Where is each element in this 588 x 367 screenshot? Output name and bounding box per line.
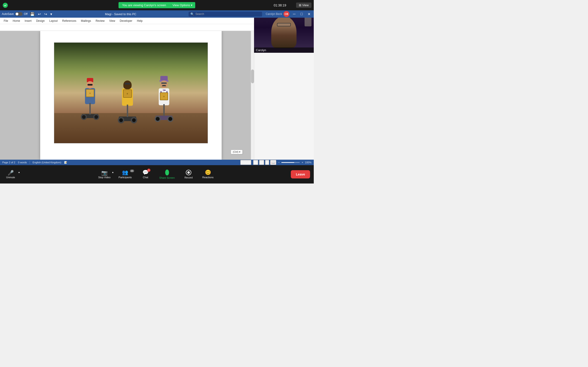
meeting-timer: 01:38:19 [274, 3, 286, 7]
search-box[interactable]: 🔍 [189, 12, 262, 17]
reactions-button[interactable]: 😊 Reactions [198, 168, 218, 181]
participants-button[interactable]: 👥 25 Participants [114, 168, 136, 181]
autosave-state: Off [24, 12, 27, 16]
immersive-reader-button[interactable]: 📖 [270, 160, 276, 165]
scrollbar-thumb[interactable] [251, 69, 254, 83]
autosave-area: AutoSave Off [2, 12, 27, 16]
green-dot-icon [3, 3, 8, 8]
participants-count-badge: 25 [130, 169, 134, 172]
view-options-button[interactable]: View Options ▾ [170, 2, 195, 8]
status-bar: Page 2 of 2 0 words English (United King… [0, 160, 314, 165]
document-image: ≡ ≡ [54, 42, 208, 143]
chevron-down-icon: ▾ [191, 3, 192, 7]
unmute-chevron[interactable]: ▲ [18, 171, 20, 173]
search-input[interactable] [195, 12, 260, 16]
menu-review[interactable]: Review [93, 18, 107, 23]
stop-video-button[interactable]: 📷 Stop Video [97, 170, 111, 179]
zoom-percent[interactable]: 100% [305, 161, 311, 164]
menu-insert[interactable]: Insert [22, 18, 34, 23]
menu-layout[interactable]: Layout [47, 18, 60, 23]
participants-icon: 👥 [122, 170, 128, 175]
menu-developer[interactable]: Developer [117, 18, 135, 23]
zoom-minus[interactable]: − [278, 161, 279, 164]
unmute-area: 🎤 Unmute ▲ [4, 170, 20, 179]
camera-icon: 📷 [101, 170, 107, 176]
customize-button[interactable]: ▾ [50, 12, 53, 17]
segway-image: ≡ ≡ [54, 43, 208, 143]
menu-help[interactable]: Help [135, 18, 145, 23]
right-scrollbar[interactable] [251, 31, 254, 160]
menu-mailings[interactable]: Mailings [78, 18, 93, 23]
record-icon: ⏺ [186, 170, 191, 175]
status-right: Focus ⊞ ⊟ ≡ 📖 − + 100% [240, 160, 311, 165]
record-button[interactable]: ⏺ Record [179, 168, 198, 181]
user-area: Carolyn Beck CB [266, 11, 289, 17]
view-button[interactable]: ⊞ View [296, 2, 311, 8]
zoom-slider[interactable] [281, 162, 300, 163]
divider [30, 161, 30, 164]
ctrl-paste-tooltip[interactable]: (Ctrl) ▾ [231, 150, 243, 154]
close-button[interactable]: ✕ [306, 11, 312, 17]
chat-icon: 💬 1 [142, 170, 149, 175]
username-label: Carolyn Beck [266, 12, 282, 16]
figure-2: ≡ [119, 81, 136, 121]
minimize-button[interactable]: ─ [291, 11, 297, 17]
save-button[interactable]: 💾 [29, 12, 35, 17]
web-layout-button[interactable]: ⊟ [259, 160, 264, 165]
stop-video-chevron[interactable]: ▲ [112, 171, 114, 173]
menu-view[interactable]: View [107, 18, 118, 23]
chat-button[interactable]: 💬 1 Chat [137, 168, 155, 181]
menu-file[interactable]: File [1, 18, 10, 23]
focus-button[interactable]: Focus [240, 160, 251, 165]
carolyn-name: Carolyn [254, 48, 314, 53]
print-layout-button[interactable]: ⊞ [253, 160, 258, 165]
menu-design[interactable]: Design [34, 18, 47, 23]
leave-button[interactable]: Leave [291, 170, 310, 178]
reading-view-button[interactable]: ≡ [265, 160, 269, 165]
proofing-icon[interactable]: 📝 [64, 161, 67, 164]
microphone-icon: 🎤 [8, 170, 14, 176]
zoom-plus[interactable]: + [302, 161, 303, 164]
autosave-toggle[interactable] [15, 12, 23, 16]
reactions-icon: 😊 [205, 170, 211, 175]
word-count[interactable]: 0 words [18, 161, 27, 164]
zoom-top-bar: You are viewing Carolyn's screen View Op… [0, 0, 314, 10]
document-page: ≡ ≡ [40, 31, 222, 160]
redo-button[interactable]: ↪ [43, 12, 48, 17]
menu-references[interactable]: References [60, 18, 78, 23]
language-info[interactable]: English (United Kingdom) [33, 161, 61, 164]
avatar: CB [284, 11, 289, 17]
viewing-badge: You are viewing Carolyn's screen [119, 2, 170, 8]
undo-button[interactable]: ↩ [37, 12, 42, 17]
word-document-title: Magi - Saved to this PC [55, 12, 187, 16]
window-controls: ─ □ ✕ [291, 11, 312, 17]
ribbon-content [0, 24, 254, 31]
ribbon-menu-bar: File Home Insert Design Layout Reference… [0, 18, 254, 24]
page-info[interactable]: Page 2 of 2 [2, 161, 15, 164]
word-title-bar: AutoSave Off 💾 ↩ ↪ ▾ Magi - Saved to thi… [0, 10, 314, 18]
autosave-label: AutoSave [2, 12, 14, 16]
figure-3: ≡ [156, 76, 173, 120]
search-icon: 🔍 [190, 12, 194, 16]
maximize-button[interactable]: □ [299, 11, 304, 17]
share-screen-icon: ↑ [165, 169, 169, 175]
figure-1: ≡ [82, 78, 98, 118]
chat-badge: 1 [147, 169, 150, 172]
zoom-bottom-bar: 🎤 Unmute ▲ 📷 Stop Video ▲ 👥 25 Participa… [0, 165, 314, 184]
menu-home[interactable]: Home [10, 18, 22, 23]
view-icons: ⊞ ⊟ ≡ 📖 [253, 160, 276, 165]
grid-icon: ⊞ [299, 3, 301, 7]
stop-video-area: 📷 Stop Video ▲ [97, 170, 114, 179]
unmute-button[interactable]: 🎤 Unmute [4, 170, 17, 179]
share-screen-button[interactable]: ↑ Share Screen [155, 168, 179, 181]
